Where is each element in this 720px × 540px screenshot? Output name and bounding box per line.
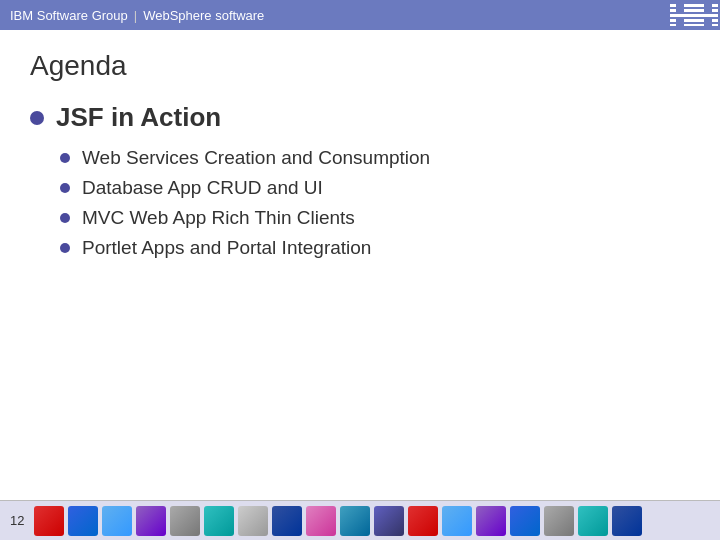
slide-content: Agenda JSF in Action Web Services Creati… bbox=[0, 30, 720, 269]
svg-rect-5 bbox=[704, 9, 712, 12]
sub-item-text: Web Services Creation and Consumption bbox=[82, 147, 430, 169]
sub-item-text: MVC Web App Rich Thin Clients bbox=[82, 207, 355, 229]
brand-label: IBM Software Group bbox=[10, 8, 128, 23]
svg-rect-6 bbox=[670, 14, 718, 17]
section-heading: JSF in Action bbox=[30, 102, 690, 133]
footer-icon-3 bbox=[102, 506, 132, 536]
list-item: Portlet Apps and Portal Integration bbox=[60, 237, 690, 259]
footer-icon-16 bbox=[544, 506, 574, 536]
footer-icon-15 bbox=[510, 506, 540, 536]
svg-rect-4 bbox=[676, 9, 684, 12]
footer-icon-18 bbox=[612, 506, 642, 536]
header-bar: IBM Software Group | WebSphere software bbox=[0, 0, 720, 30]
list-item: Database App CRUD and UI bbox=[60, 177, 690, 199]
page-number: 12 bbox=[10, 513, 24, 528]
sub-bullet bbox=[60, 243, 70, 253]
header-title: IBM Software Group | WebSphere software bbox=[10, 8, 264, 23]
svg-rect-8 bbox=[676, 19, 684, 22]
list-item: MVC Web App Rich Thin Clients bbox=[60, 207, 690, 229]
sub-bullet bbox=[60, 183, 70, 193]
footer-icon-12 bbox=[408, 506, 438, 536]
svg-rect-2 bbox=[704, 4, 712, 7]
sub-items-list: Web Services Creation and Consumption Da… bbox=[60, 147, 690, 259]
footer-icon-7 bbox=[238, 506, 268, 536]
svg-rect-9 bbox=[704, 19, 712, 22]
footer-icon-17 bbox=[578, 506, 608, 536]
footer-icon-1 bbox=[34, 506, 64, 536]
footer-icon-6 bbox=[204, 506, 234, 536]
sub-item-text: Portlet Apps and Portal Integration bbox=[82, 237, 371, 259]
footer: 12 bbox=[0, 500, 720, 540]
footer-icon-2 bbox=[68, 506, 98, 536]
ibm-logo bbox=[670, 4, 710, 26]
sub-bullet bbox=[60, 213, 70, 223]
svg-rect-11 bbox=[676, 24, 684, 26]
svg-rect-1 bbox=[676, 4, 684, 7]
sub-bullet bbox=[60, 153, 70, 163]
section-title: JSF in Action bbox=[56, 102, 221, 133]
svg-rect-12 bbox=[704, 24, 712, 26]
footer-icon-5 bbox=[170, 506, 200, 536]
footer-icon-strip bbox=[34, 506, 642, 536]
footer-icon-9 bbox=[306, 506, 336, 536]
footer-icon-14 bbox=[476, 506, 506, 536]
product-label: WebSphere software bbox=[143, 8, 264, 23]
footer-icon-4 bbox=[136, 506, 166, 536]
page-title: Agenda bbox=[30, 50, 690, 82]
footer-icon-11 bbox=[374, 506, 404, 536]
footer-icon-10 bbox=[340, 506, 370, 536]
header-separator: | bbox=[134, 8, 137, 23]
list-item: Web Services Creation and Consumption bbox=[60, 147, 690, 169]
footer-icon-8 bbox=[272, 506, 302, 536]
footer-icon-13 bbox=[442, 506, 472, 536]
section-bullet bbox=[30, 111, 44, 125]
sub-item-text: Database App CRUD and UI bbox=[82, 177, 323, 199]
